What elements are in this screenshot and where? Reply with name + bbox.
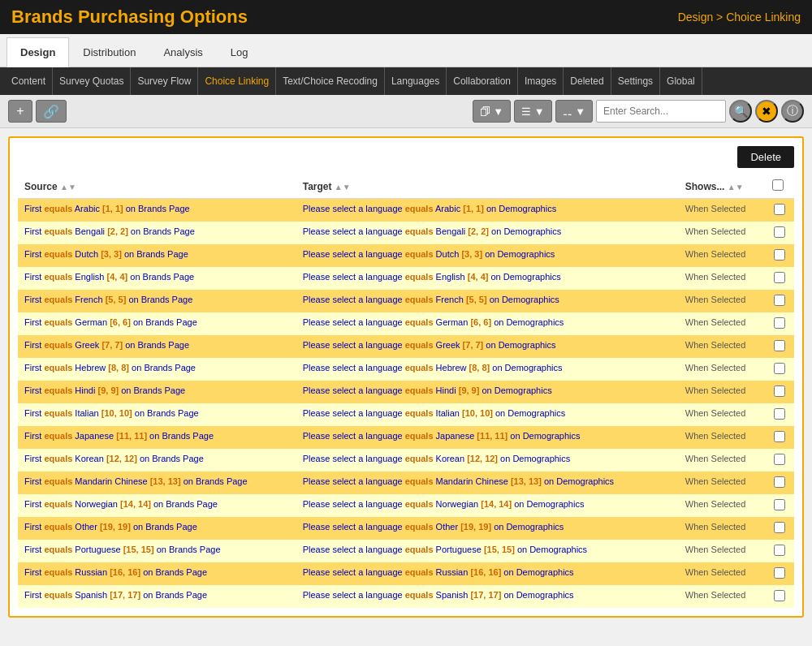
col-checkbox	[766, 174, 794, 199]
shows-cell: When Selected	[679, 312, 766, 335]
source-link[interactable]: First equals Other [19, 19] on Brands Pa…	[24, 522, 197, 532]
source-link[interactable]: First equals Norwegian [14, 14] on Brand…	[24, 499, 218, 509]
nav-languages[interactable]: Languages	[385, 67, 447, 95]
nav-survey-flow[interactable]: Survey Flow	[131, 67, 198, 95]
table-row: First equals Bengali [2, 2] on Brands Pa…	[18, 222, 794, 244]
list-button[interactable]: ⚋ ▼	[555, 100, 593, 123]
target-link[interactable]: Please select a language equals Japanese…	[303, 431, 581, 441]
target-link[interactable]: Please select a language equals Korean […	[303, 454, 571, 463]
col-source[interactable]: Source ▲▼	[18, 174, 296, 199]
target-link[interactable]: Please select a language equals French […	[303, 295, 559, 304]
source-link[interactable]: First equals Mandarin Chinese [13, 13] o…	[24, 476, 248, 486]
link-button[interactable]: 🔗	[36, 100, 67, 123]
row-checkbox[interactable]	[774, 204, 785, 215]
target-link[interactable]: Please select a language equals Spanish …	[303, 590, 574, 600]
row-checkbox[interactable]	[774, 249, 785, 261]
row-checkbox[interactable]	[774, 454, 785, 465]
tab-design[interactable]: Design	[6, 37, 69, 67]
source-link[interactable]: First equals Portuguese [15, 15] on Bran…	[24, 545, 221, 554]
source-link[interactable]: First equals German [6, 6] on Brands Pag…	[24, 317, 197, 327]
nav-global[interactable]: Global	[660, 67, 702, 95]
target-link[interactable]: Please select a language equals Greek [7…	[303, 340, 556, 350]
row-checkbox[interactable]	[774, 272, 785, 283]
target-link[interactable]: Please select a language equals Portugue…	[303, 545, 587, 554]
row-checkbox[interactable]	[774, 522, 785, 533]
source-cell: First equals Italian [10, 10] on Brands …	[18, 403, 296, 426]
source-link[interactable]: First equals English [4, 4] on Brands Pa…	[24, 272, 194, 282]
tab-bar: Design Distribution Analysis Log	[0, 34, 812, 67]
target-link[interactable]: Please select a language equals German […	[303, 317, 564, 327]
nav-deleted[interactable]: Deleted	[564, 67, 611, 95]
target-cell: Please select a language equals Spanish …	[296, 585, 679, 608]
tab-log[interactable]: Log	[217, 37, 262, 67]
source-link[interactable]: First equals Spanish [17, 17] on Brands …	[24, 590, 207, 600]
nav-choice-linking[interactable]: Choice Linking	[198, 67, 276, 95]
search-input[interactable]	[596, 100, 726, 123]
target-link[interactable]: Please select a language equals English …	[303, 272, 561, 282]
col-shows[interactable]: Shows... ▲▼	[679, 174, 766, 199]
source-link[interactable]: First equals Dutch [3, 3] on Brands Page	[24, 249, 188, 259]
nav-text-choice-recoding[interactable]: Text/Choice Recoding	[276, 67, 385, 95]
table-row: First equals English [4, 4] on Brands Pa…	[18, 267, 794, 290]
target-link[interactable]: Please select a language equals Other [1…	[303, 522, 564, 532]
table-row: First equals Greek [7, 7] on Brands Page…	[18, 335, 794, 358]
target-link[interactable]: Please select a language equals Dutch [3…	[303, 249, 555, 259]
select-all-checkbox[interactable]	[772, 179, 784, 191]
tab-distribution[interactable]: Distribution	[69, 37, 149, 67]
row-checkbox[interactable]	[774, 545, 785, 556]
source-cell: First equals Other [19, 19] on Brands Pa…	[18, 517, 296, 540]
row-checkbox[interactable]	[774, 317, 785, 329]
row-checkbox[interactable]	[774, 363, 785, 374]
row-checkbox[interactable]	[774, 567, 785, 579]
target-link[interactable]: Please select a language equals Mandarin…	[303, 476, 614, 486]
source-link[interactable]: First equals Arabic [1, 1] on Brands Pag…	[24, 204, 190, 213]
shows-cell: When Selected	[679, 403, 766, 426]
table-row: First equals Mandarin Chinese [13, 13] o…	[18, 472, 794, 494]
row-checkbox[interactable]	[774, 431, 785, 442]
search-button[interactable]: 🔍	[729, 100, 752, 123]
row-checkbox[interactable]	[774, 226, 785, 238]
nav-content[interactable]: Content	[5, 67, 53, 95]
copy-button[interactable]: 🗍 ▼	[473, 100, 511, 123]
source-link[interactable]: First equals Greek [7, 7] on Brands Page	[24, 340, 189, 350]
row-checkbox[interactable]	[774, 590, 785, 601]
source-cell: First equals Russian [16, 16] on Brands …	[18, 562, 296, 585]
row-checkbox[interactable]	[774, 408, 785, 420]
row-checkbox[interactable]	[774, 499, 785, 510]
target-link[interactable]: Please select a language equals Norwegia…	[303, 499, 585, 509]
source-link[interactable]: First equals Bengali [2, 2] on Brands Pa…	[24, 226, 195, 236]
row-checkbox[interactable]	[774, 476, 785, 488]
source-link[interactable]: First equals Italian [10, 10] on Brands …	[24, 408, 199, 418]
target-link[interactable]: Please select a language equals Bengali …	[303, 226, 562, 236]
target-cell: Please select a language equals Italian …	[296, 403, 679, 426]
target-link[interactable]: Please select a language equals Hindi [9…	[303, 385, 552, 395]
source-link[interactable]: First equals Japanese [11, 11] on Brands…	[24, 431, 214, 441]
source-link[interactable]: First equals Korean [12, 12] on Brands P…	[24, 454, 204, 463]
source-link[interactable]: First equals Russian [16, 16] on Brands …	[24, 567, 207, 577]
row-checkbox[interactable]	[774, 385, 785, 397]
target-link[interactable]: Please select a language equals Russian …	[303, 567, 574, 577]
format-button[interactable]: ☰ ▼	[514, 100, 551, 123]
row-checkbox[interactable]	[774, 295, 785, 306]
target-link[interactable]: Please select a language equals Hebrew […	[303, 363, 563, 373]
info-button[interactable]: ⓘ	[781, 100, 804, 123]
table-row: First equals Portuguese [15, 15] on Bran…	[18, 540, 794, 562]
source-link[interactable]: First equals Hindi [9, 9] on Brands Page	[24, 385, 185, 395]
target-link[interactable]: Please select a language equals Italian …	[303, 408, 566, 418]
target-link[interactable]: Please select a language equals Arabic […	[303, 204, 557, 213]
check-cell	[766, 381, 794, 403]
nav-collaboration[interactable]: Collaboration	[447, 67, 518, 95]
delete-button[interactable]: Delete	[737, 146, 794, 168]
col-target[interactable]: Target ▲▼	[296, 174, 679, 199]
source-link[interactable]: First equals Hebrew [8, 8] on Brands Pag…	[24, 363, 196, 373]
main-content: Delete Source ▲▼ Target ▲▼ Shows... ▲▼ F…	[8, 136, 804, 618]
nav-survey-quotas[interactable]: Survey Quotas	[53, 67, 131, 95]
tab-analysis[interactable]: Analysis	[149, 37, 216, 67]
nav-images[interactable]: Images	[518, 67, 564, 95]
search-x-button[interactable]: ✖	[755, 100, 778, 123]
add-button[interactable]: +	[8, 100, 32, 123]
nav-settings[interactable]: Settings	[611, 67, 660, 95]
source-cell: First equals Bengali [2, 2] on Brands Pa…	[18, 222, 296, 244]
row-checkbox[interactable]	[774, 340, 785, 351]
source-link[interactable]: First equals French [5, 5] on Brands Pag…	[24, 295, 192, 304]
